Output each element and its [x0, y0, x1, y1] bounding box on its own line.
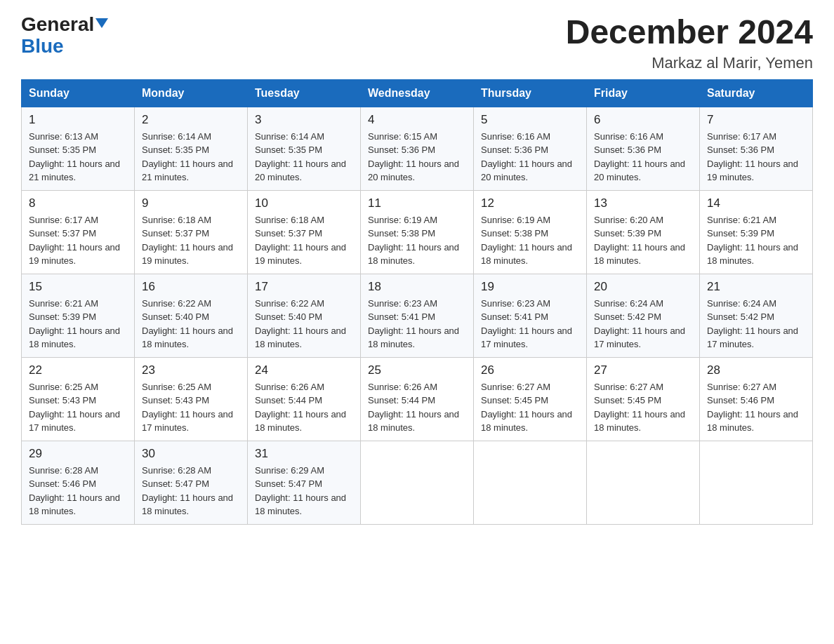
- day-number: 16: [142, 280, 240, 294]
- day-number: 27: [594, 363, 692, 377]
- table-row: 24 Sunrise: 6:26 AMSunset: 5:44 PMDaylig…: [248, 357, 361, 441]
- day-number: 22: [29, 363, 127, 377]
- logo-triangle-icon: [95, 18, 108, 28]
- day-info: Sunrise: 6:27 AMSunset: 5:45 PMDaylight:…: [594, 382, 685, 434]
- table-row: 21 Sunrise: 6:24 AMSunset: 5:42 PMDaylig…: [700, 274, 813, 357]
- table-row: 11 Sunrise: 6:19 AMSunset: 5:38 PMDaylig…: [361, 190, 474, 274]
- day-number: 25: [368, 363, 466, 377]
- table-row: 10 Sunrise: 6:18 AMSunset: 5:37 PMDaylig…: [248, 190, 361, 274]
- day-info: Sunrise: 6:20 AMSunset: 5:39 PMDaylight:…: [594, 215, 685, 267]
- header-monday: Monday: [135, 79, 248, 107]
- weekday-header-row: Sunday Monday Tuesday Wednesday Thursday…: [22, 79, 813, 107]
- day-info: Sunrise: 6:23 AMSunset: 5:41 PMDaylight:…: [368, 298, 459, 350]
- header-saturday: Saturday: [700, 79, 813, 107]
- day-info: Sunrise: 6:13 AMSunset: 5:35 PMDaylight:…: [29, 131, 120, 183]
- table-row: 29 Sunrise: 6:28 AMSunset: 5:46 PMDaylig…: [22, 441, 135, 524]
- table-row: 12 Sunrise: 6:19 AMSunset: 5:38 PMDaylig…: [474, 190, 587, 274]
- table-row: 19 Sunrise: 6:23 AMSunset: 5:41 PMDaylig…: [474, 274, 587, 357]
- page-header: General Blue December 2024 Markaz al Mar…: [21, 14, 813, 72]
- day-number: 2: [142, 113, 240, 127]
- calendar-week-row: 29 Sunrise: 6:28 AMSunset: 5:46 PMDaylig…: [22, 441, 813, 524]
- table-row: [361, 441, 474, 524]
- day-number: 7: [707, 113, 805, 127]
- table-row: 15 Sunrise: 6:21 AMSunset: 5:39 PMDaylig…: [22, 274, 135, 357]
- day-number: 11: [368, 196, 466, 210]
- day-info: Sunrise: 6:16 AMSunset: 5:36 PMDaylight:…: [594, 131, 685, 183]
- day-info: Sunrise: 6:25 AMSunset: 5:43 PMDaylight:…: [29, 382, 120, 434]
- day-info: Sunrise: 6:19 AMSunset: 5:38 PMDaylight:…: [481, 215, 572, 267]
- table-row: 23 Sunrise: 6:25 AMSunset: 5:43 PMDaylig…: [135, 357, 248, 441]
- header-wednesday: Wednesday: [361, 79, 474, 107]
- day-number: 14: [707, 196, 805, 210]
- day-number: 21: [707, 280, 805, 294]
- table-row: 26 Sunrise: 6:27 AMSunset: 5:45 PMDaylig…: [474, 357, 587, 441]
- title-block: December 2024 Markaz al Marir, Yemen: [566, 14, 813, 72]
- day-number: 13: [594, 196, 692, 210]
- day-number: 23: [142, 363, 240, 377]
- table-row: 5 Sunrise: 6:16 AMSunset: 5:36 PMDayligh…: [474, 107, 587, 190]
- day-number: 9: [142, 196, 240, 210]
- table-row: [700, 441, 813, 524]
- calendar-location: Markaz al Marir, Yemen: [566, 54, 813, 72]
- day-number: 8: [29, 196, 127, 210]
- day-number: 30: [142, 447, 240, 461]
- day-number: 19: [481, 280, 579, 294]
- table-row: 6 Sunrise: 6:16 AMSunset: 5:36 PMDayligh…: [587, 107, 700, 190]
- day-info: Sunrise: 6:26 AMSunset: 5:44 PMDaylight:…: [368, 382, 459, 434]
- day-number: 29: [29, 447, 127, 461]
- day-info: Sunrise: 6:21 AMSunset: 5:39 PMDaylight:…: [29, 298, 120, 350]
- day-number: 15: [29, 280, 127, 294]
- day-info: Sunrise: 6:27 AMSunset: 5:46 PMDaylight:…: [707, 382, 798, 434]
- table-row: 25 Sunrise: 6:26 AMSunset: 5:44 PMDaylig…: [361, 357, 474, 441]
- table-row: 16 Sunrise: 6:22 AMSunset: 5:40 PMDaylig…: [135, 274, 248, 357]
- table-row: 4 Sunrise: 6:15 AMSunset: 5:36 PMDayligh…: [361, 107, 474, 190]
- calendar-table: Sunday Monday Tuesday Wednesday Thursday…: [21, 79, 813, 525]
- table-row: 27 Sunrise: 6:27 AMSunset: 5:45 PMDaylig…: [587, 357, 700, 441]
- table-row: 17 Sunrise: 6:22 AMSunset: 5:40 PMDaylig…: [248, 274, 361, 357]
- day-number: 6: [594, 113, 692, 127]
- table-row: 9 Sunrise: 6:18 AMSunset: 5:37 PMDayligh…: [135, 190, 248, 274]
- table-row: 2 Sunrise: 6:14 AMSunset: 5:35 PMDayligh…: [135, 107, 248, 190]
- day-info: Sunrise: 6:22 AMSunset: 5:40 PMDaylight:…: [142, 298, 233, 350]
- table-row: 1 Sunrise: 6:13 AMSunset: 5:35 PMDayligh…: [22, 107, 135, 190]
- table-row: 20 Sunrise: 6:24 AMSunset: 5:42 PMDaylig…: [587, 274, 700, 357]
- day-info: Sunrise: 6:28 AMSunset: 5:47 PMDaylight:…: [142, 465, 233, 517]
- day-info: Sunrise: 6:29 AMSunset: 5:47 PMDaylight:…: [255, 465, 346, 517]
- day-number: 26: [481, 363, 579, 377]
- table-row: 3 Sunrise: 6:14 AMSunset: 5:35 PMDayligh…: [248, 107, 361, 190]
- day-info: Sunrise: 6:14 AMSunset: 5:35 PMDaylight:…: [142, 131, 233, 183]
- logo-general-text: General: [21, 14, 108, 36]
- day-number: 10: [255, 196, 353, 210]
- table-row: 14 Sunrise: 6:21 AMSunset: 5:39 PMDaylig…: [700, 190, 813, 274]
- day-number: 20: [594, 280, 692, 294]
- day-number: 17: [255, 280, 353, 294]
- day-number: 1: [29, 113, 127, 127]
- day-info: Sunrise: 6:28 AMSunset: 5:46 PMDaylight:…: [29, 465, 120, 517]
- calendar-week-row: 15 Sunrise: 6:21 AMSunset: 5:39 PMDaylig…: [22, 274, 813, 357]
- table-row: 31 Sunrise: 6:29 AMSunset: 5:47 PMDaylig…: [248, 441, 361, 524]
- table-row: 30 Sunrise: 6:28 AMSunset: 5:47 PMDaylig…: [135, 441, 248, 524]
- day-number: 5: [481, 113, 579, 127]
- table-row: 22 Sunrise: 6:25 AMSunset: 5:43 PMDaylig…: [22, 357, 135, 441]
- day-info: Sunrise: 6:25 AMSunset: 5:43 PMDaylight:…: [142, 382, 233, 434]
- day-number: 3: [255, 113, 353, 127]
- table-row: 13 Sunrise: 6:20 AMSunset: 5:39 PMDaylig…: [587, 190, 700, 274]
- day-number: 24: [255, 363, 353, 377]
- day-info: Sunrise: 6:17 AMSunset: 5:37 PMDaylight:…: [29, 215, 120, 267]
- calendar-week-row: 22 Sunrise: 6:25 AMSunset: 5:43 PMDaylig…: [22, 357, 813, 441]
- day-number: 31: [255, 447, 353, 461]
- day-info: Sunrise: 6:16 AMSunset: 5:36 PMDaylight:…: [481, 131, 572, 183]
- table-row: 8 Sunrise: 6:17 AMSunset: 5:37 PMDayligh…: [22, 190, 135, 274]
- table-row: 18 Sunrise: 6:23 AMSunset: 5:41 PMDaylig…: [361, 274, 474, 357]
- day-info: Sunrise: 6:15 AMSunset: 5:36 PMDaylight:…: [368, 131, 459, 183]
- header-tuesday: Tuesday: [248, 79, 361, 107]
- calendar-week-row: 8 Sunrise: 6:17 AMSunset: 5:37 PMDayligh…: [22, 190, 813, 274]
- day-info: Sunrise: 6:17 AMSunset: 5:36 PMDaylight:…: [707, 131, 798, 183]
- header-thursday: Thursday: [474, 79, 587, 107]
- day-info: Sunrise: 6:19 AMSunset: 5:38 PMDaylight:…: [368, 215, 459, 267]
- table-row: [587, 441, 700, 524]
- day-info: Sunrise: 6:14 AMSunset: 5:35 PMDaylight:…: [255, 131, 346, 183]
- day-number: 18: [368, 280, 466, 294]
- logo-blue-text: Blue: [21, 36, 108, 58]
- day-number: 28: [707, 363, 805, 377]
